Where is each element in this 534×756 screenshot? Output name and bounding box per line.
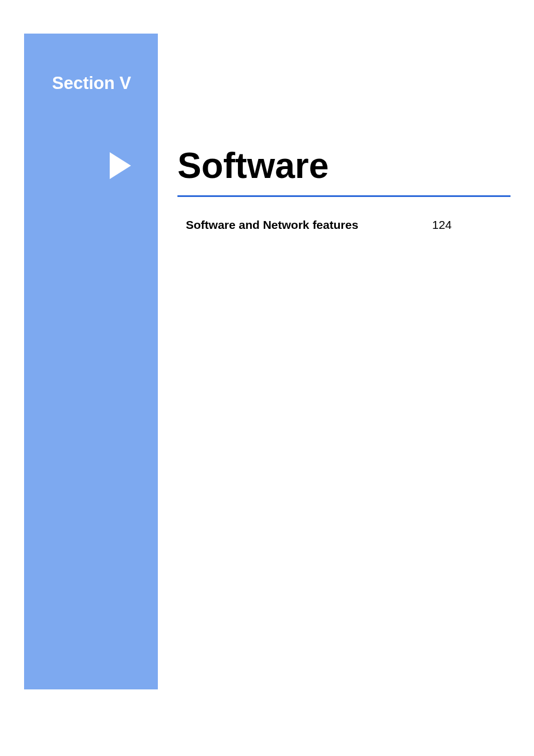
title-underline-rule xyxy=(177,195,510,197)
toc-entry: Software and Network features 124 xyxy=(186,218,452,232)
toc-entry-label: Software and Network features xyxy=(186,218,358,232)
main-title: Software xyxy=(177,145,329,186)
play-triangle-icon xyxy=(110,152,131,179)
toc-entry-page: 124 xyxy=(432,218,452,232)
sidebar-panel xyxy=(24,34,158,689)
section-label: Section V xyxy=(52,73,131,93)
